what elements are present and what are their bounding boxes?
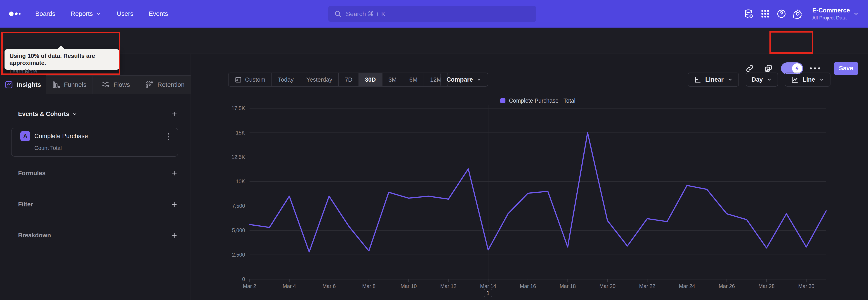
y-axis-label: 2,500 bbox=[215, 252, 245, 258]
y-axis-label: 10K bbox=[215, 179, 245, 185]
x-axis-label: Mar 6 bbox=[313, 283, 345, 289]
x-axis-label: Mar 2 bbox=[234, 283, 266, 289]
x-axis-label: Mar 24 bbox=[671, 283, 703, 289]
x-axis-label: Mar 20 bbox=[592, 283, 623, 289]
pagination-page-1[interactable]: 1 bbox=[484, 289, 492, 297]
y-axis-label: 7,500 bbox=[215, 203, 245, 209]
x-axis-label: Mar 14 bbox=[472, 283, 504, 289]
y-axis-label: 17.5K bbox=[215, 106, 245, 112]
x-axis-label: Mar 4 bbox=[274, 283, 305, 289]
x-axis-label: Mar 16 bbox=[512, 283, 544, 289]
x-axis-label: Mar 22 bbox=[631, 283, 663, 289]
x-axis-label: Mar 30 bbox=[790, 283, 822, 289]
x-axis-label: Mar 18 bbox=[552, 283, 583, 289]
x-axis-label: Mar 26 bbox=[711, 283, 743, 289]
sampling-tooltip: Using 10% of data. Results are approxima… bbox=[4, 49, 119, 70]
app-root: Boards Reports Users Events Search ⌘ + K bbox=[0, 0, 868, 300]
line-chart[interactable] bbox=[0, 0, 868, 300]
y-axis-label: 12.5K bbox=[215, 154, 245, 160]
y-axis-label: 5,000 bbox=[215, 228, 245, 234]
tooltip-arrow bbox=[57, 46, 65, 50]
y-axis-label: 15K bbox=[215, 130, 245, 136]
x-axis-label: Mar 10 bbox=[393, 283, 425, 289]
x-axis-label: Mar 12 bbox=[433, 283, 464, 289]
learn-more-link[interactable]: Learn More bbox=[9, 68, 37, 74]
tooltip-message: Using 10% of data. Results are approxima… bbox=[9, 53, 114, 66]
x-axis-label: Mar 28 bbox=[751, 283, 782, 289]
y-axis-label: 0 bbox=[215, 276, 245, 282]
x-axis-label: Mar 8 bbox=[353, 283, 385, 289]
